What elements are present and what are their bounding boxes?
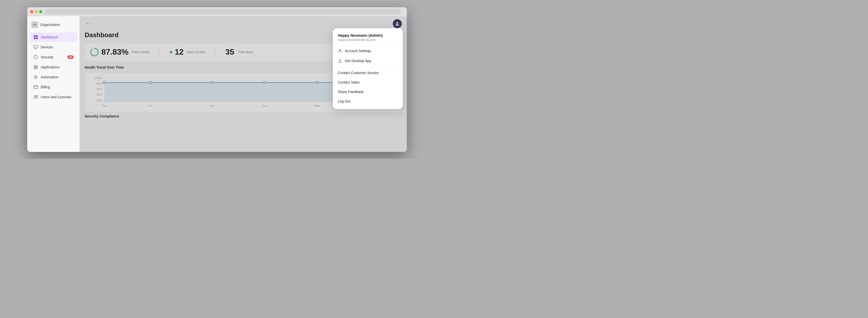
popup-log-out[interactable]: Log Out [333,97,403,106]
app-window: Or Organization Dashboard [27,7,407,152]
share-feedback-label: Share Feedback [338,90,364,94]
account-settings-label: Account Settings [345,49,371,53]
grid-icon [33,35,38,40]
popup-contact-sales[interactable]: Contact Sales [333,78,403,87]
apps-icon [33,65,38,70]
url-bar[interactable] [45,9,401,14]
svg-rect-3 [36,37,38,39]
log-out-label: Log Out [338,99,350,103]
sidebar-item-devices[interactable]: Devices [29,42,78,52]
svg-rect-4 [34,45,38,48]
sidebar-label-automation: Automation [41,75,58,79]
sidebar-item-security[interactable]: Security 34 [29,52,78,62]
svg-point-10 [36,67,37,69]
traffic-lights [30,10,42,13]
sidebar-label-dashboard: Dashboard [41,35,58,39]
app-body: Or Organization Dashboard [27,16,407,152]
sidebar-label-billing: Billing [41,85,50,89]
svg-point-8 [36,65,37,67]
gear-icon [33,75,38,79]
popup-user-email: happy.neumann@org.com [338,38,398,42]
sidebar-item-billing[interactable]: Billing [29,82,78,92]
svg-point-11 [35,76,36,78]
sidebar-item-dashboard[interactable]: Dashboard [29,32,78,42]
svg-rect-0 [34,35,35,37]
org-header: Or Organization [27,19,80,32]
popup-overlay: Happy Neumann (Admin) happy.neumann@org.… [80,16,407,152]
sidebar-label-applications: Applications [41,65,60,69]
popup-user-section: Happy Neumann (Admin) happy.neumann@org.… [333,33,403,46]
svg-point-44 [339,49,341,51]
svg-point-9 [34,67,35,69]
svg-rect-12 [34,85,38,89]
svg-rect-2 [34,37,35,39]
popup-contact-customer-service[interactable]: Contact Customer Service [333,68,403,78]
user-popup-card: Happy Neumann (Admin) happy.neumann@org.… [333,28,403,109]
svg-rect-1 [36,35,38,37]
main-content: ← Dashboard 87.83% [80,16,407,152]
org-name: Organization [40,23,60,27]
svg-point-15 [36,95,38,97]
users-icon [33,95,38,100]
download-icon [338,59,342,63]
maximize-button[interactable] [39,10,42,13]
contact-sales-label: Contact Sales [338,80,360,84]
org-avatar: Or [31,21,38,28]
sidebar-label-devices: Devices [41,45,53,49]
popup-user-name: Happy Neumann (Admin) [338,33,398,37]
minimize-button[interactable] [35,10,38,13]
person-icon [338,49,342,53]
svg-point-14 [34,96,36,97]
sidebar-label-security: Security [41,55,54,59]
shield-icon [33,55,38,60]
popup-share-feedback[interactable]: Share Feedback [333,87,403,97]
security-badge: 34 [67,56,73,59]
sidebar-item-automation[interactable]: Automation [29,72,78,82]
billing-icon [33,84,38,90]
sidebar-label-users: Users and Licenses [41,95,71,99]
get-desktop-app-label: Get Desktop App [345,59,371,63]
titlebar [27,7,407,16]
sidebar: Or Organization Dashboard [27,16,80,152]
monitor-icon [33,45,38,49]
contact-customer-service-label: Contact Customer Service [338,71,378,75]
popup-account-settings[interactable]: Account Settings [333,46,403,56]
svg-point-7 [34,65,35,67]
sidebar-item-applications[interactable]: Applications [29,62,78,72]
close-button[interactable] [30,10,33,13]
sidebar-item-users[interactable]: Users and Licenses [29,92,78,102]
popup-get-desktop-app[interactable]: Get Desktop App [333,56,403,66]
